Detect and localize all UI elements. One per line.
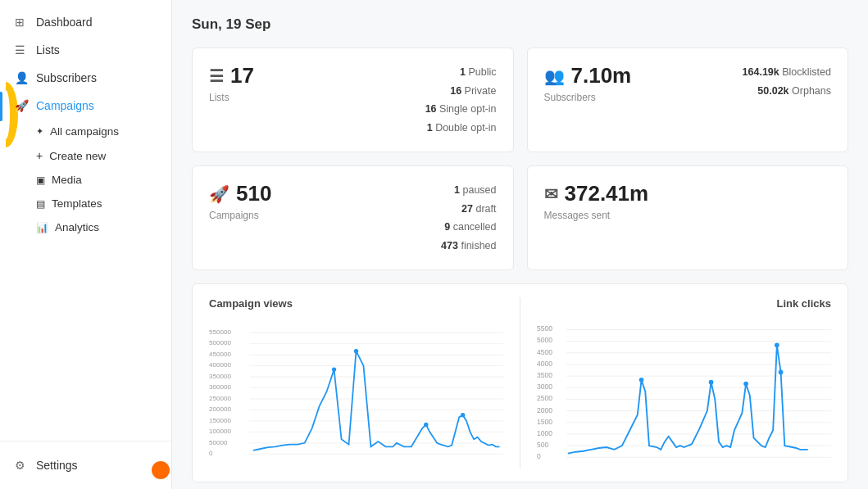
campaigns-details: 1 paused 27 draft 9 cancelled 473 finish… bbox=[441, 181, 496, 255]
campaigns-cancelled-count: 9 bbox=[444, 221, 450, 233]
svg-text:0: 0 bbox=[537, 452, 541, 460]
templates-icon: ▤ bbox=[36, 198, 45, 210]
svg-point-56 bbox=[779, 370, 784, 375]
svg-text:0: 0 bbox=[209, 450, 213, 457]
campaigns-stat-card: 🚀 510 Campaigns 1 paused 27 draft 9 canc… bbox=[192, 165, 514, 270]
campaigns-draft-count: 27 bbox=[461, 203, 473, 215]
svg-text:50000: 50000 bbox=[209, 439, 228, 446]
svg-text:2500: 2500 bbox=[537, 394, 552, 402]
sidebar-item-lists[interactable]: ☰ Lists bbox=[0, 36, 171, 64]
lists-stat-card: ☰ 17 Lists 1 Public 16 Private 16 Single… bbox=[192, 48, 514, 152]
sidebar-item-label: Settings bbox=[36, 459, 78, 472]
sidebar-item-media[interactable]: ▣ Media bbox=[0, 168, 171, 192]
messages-stat-main: ✉ 372.41m Messages sent bbox=[544, 181, 649, 221]
sidebar-item-label: Dashboard bbox=[36, 16, 93, 29]
svg-text:4000: 4000 bbox=[537, 360, 552, 368]
svg-text:150000: 150000 bbox=[209, 417, 231, 424]
sidebar-item-label: Subscribers bbox=[36, 71, 97, 84]
campaigns-number: 🚀 510 bbox=[209, 181, 271, 206]
orphans-count: 50.02k bbox=[757, 85, 788, 97]
sidebar-sub-item-label: Templates bbox=[52, 197, 102, 210]
link-clicks-svg: 5500 5000 4500 4000 3500 3000 2500 2000 … bbox=[537, 318, 831, 465]
campaigns-paused-count: 1 bbox=[454, 184, 460, 196]
lists-double-opt-in-count: 1 bbox=[427, 122, 433, 134]
campaigns-rocket-icon: 🚀 bbox=[209, 184, 229, 204]
campaigns-stat-main: 🚀 510 Campaigns bbox=[209, 181, 271, 221]
svg-point-54 bbox=[743, 382, 748, 387]
messages-number: ✉ 372.41m bbox=[544, 181, 649, 206]
sidebar-item-label: Lists bbox=[36, 43, 60, 57]
active-indicator bbox=[0, 92, 2, 121]
messages-stat-card: ✉ 372.41m Messages sent bbox=[527, 165, 849, 270]
sidebar-sub-item-label: Media bbox=[52, 174, 82, 186]
sidebar-item-create-new[interactable]: + Create new bbox=[0, 143, 171, 168]
svg-text:3000: 3000 bbox=[537, 383, 552, 391]
campaign-views-chart: Campaign views 550000 500000 450000 4000… bbox=[209, 297, 503, 469]
sidebar-item-templates[interactable]: ▤ Templates bbox=[0, 192, 171, 215]
create-new-icon: + bbox=[36, 149, 43, 162]
all-campaigns-icon: ✦ bbox=[36, 126, 43, 137]
settings-icon: ⚙ bbox=[15, 459, 28, 472]
svg-text:1000: 1000 bbox=[537, 429, 552, 437]
sidebar-item-dashboard[interactable]: ⊞ Dashboard bbox=[0, 8, 171, 36]
svg-text:3500: 3500 bbox=[537, 371, 552, 379]
svg-point-53 bbox=[709, 380, 714, 385]
subscribers-label: Subscribers bbox=[544, 92, 632, 103]
svg-text:100000: 100000 bbox=[209, 428, 231, 435]
lists-icon: ☰ bbox=[209, 66, 224, 86]
lists-label: Lists bbox=[209, 92, 254, 103]
blocklisted-count: 164.19k bbox=[743, 66, 779, 78]
svg-text:2000: 2000 bbox=[537, 406, 552, 414]
subscribers-icon: 👥 bbox=[544, 66, 565, 86]
subscribers-icon: 👤 bbox=[15, 71, 28, 84]
sidebar-sub-item-label: Create new bbox=[49, 150, 106, 162]
lists-icon: ☰ bbox=[15, 43, 28, 57]
dashboard-icon: ⊞ bbox=[15, 16, 28, 29]
sidebar-item-campaigns[interactable]: 🚀 Campaigns bbox=[0, 92, 171, 120]
svg-text:450000: 450000 bbox=[209, 351, 231, 358]
lists-details: 1 Public 16 Private 16 Single opt-in 1 D… bbox=[425, 63, 497, 137]
lists-single-opt-in-count: 16 bbox=[425, 103, 437, 115]
sidebar-item-subscribers[interactable]: 👤 Subscribers bbox=[0, 64, 171, 92]
lists-number: ☰ 17 bbox=[209, 63, 254, 88]
sidebar-sub-item-label: Analytics bbox=[55, 221, 99, 233]
sidebar: ⊞ Dashboard ☰ Lists 👤 Subscribers 🚀 Camp… bbox=[0, 0, 172, 489]
media-icon: ▣ bbox=[36, 174, 45, 186]
svg-text:400000: 400000 bbox=[209, 361, 231, 369]
lists-stat-main: ☰ 17 Lists bbox=[209, 63, 254, 103]
svg-point-27 bbox=[461, 413, 465, 417]
campaign-views-svg: 550000 500000 450000 400000 350000 30000… bbox=[209, 318, 503, 465]
svg-text:500000: 500000 bbox=[209, 339, 231, 346]
svg-text:550000: 550000 bbox=[209, 328, 231, 336]
svg-text:1500: 1500 bbox=[537, 418, 552, 426]
svg-text:5000: 5000 bbox=[537, 336, 552, 344]
sidebar-navigation: ⊞ Dashboard ☰ Lists 👤 Subscribers 🚀 Camp… bbox=[0, 0, 171, 441]
campaigns-icon: 🚀 bbox=[15, 99, 28, 112]
subscribers-stat-card: 👥 7.10m Subscribers 164.19k Blocklisted … bbox=[527, 48, 849, 152]
svg-text:250000: 250000 bbox=[209, 395, 231, 402]
sidebar-item-analytics[interactable]: 📊 Analytics bbox=[0, 215, 171, 239]
svg-point-55 bbox=[775, 342, 779, 347]
sidebar-item-all-campaigns[interactable]: ✦ All campaigns bbox=[0, 120, 171, 143]
sidebar-item-settings[interactable]: ⚙ Settings bbox=[0, 451, 171, 479]
svg-text:500: 500 bbox=[537, 441, 548, 449]
svg-text:300000: 300000 bbox=[209, 383, 231, 391]
messages-icon: ✉ bbox=[544, 184, 558, 204]
lists-private-count: 16 bbox=[450, 85, 461, 97]
charts-container: Campaign views 550000 500000 450000 4000… bbox=[192, 283, 848, 482]
orange-dot-indicator bbox=[152, 461, 170, 479]
svg-point-52 bbox=[639, 378, 644, 383]
subscribers-details: 164.19k Blocklisted 50.02k Orphans bbox=[743, 63, 831, 100]
stats-row-bottom: 🚀 510 Campaigns 1 paused 27 draft 9 canc… bbox=[192, 165, 848, 270]
campaigns-finished-count: 473 bbox=[441, 240, 458, 251]
stats-row-top: ☰ 17 Lists 1 Public 16 Private 16 Single… bbox=[192, 48, 848, 152]
link-clicks-title: Link clicks bbox=[537, 297, 831, 310]
page-title: Sun, 19 Sep bbox=[192, 16, 848, 33]
messages-label: Messages sent bbox=[544, 210, 649, 221]
campaigns-label: Campaigns bbox=[209, 210, 271, 221]
lists-public-count: 1 bbox=[460, 66, 466, 78]
subscribers-stat-main: 👥 7.10m Subscribers bbox=[544, 63, 632, 103]
sidebar-sub-item-label: All campaigns bbox=[50, 125, 119, 138]
sidebar-item-label: Campaigns bbox=[36, 99, 94, 112]
svg-text:5500: 5500 bbox=[537, 324, 552, 333]
